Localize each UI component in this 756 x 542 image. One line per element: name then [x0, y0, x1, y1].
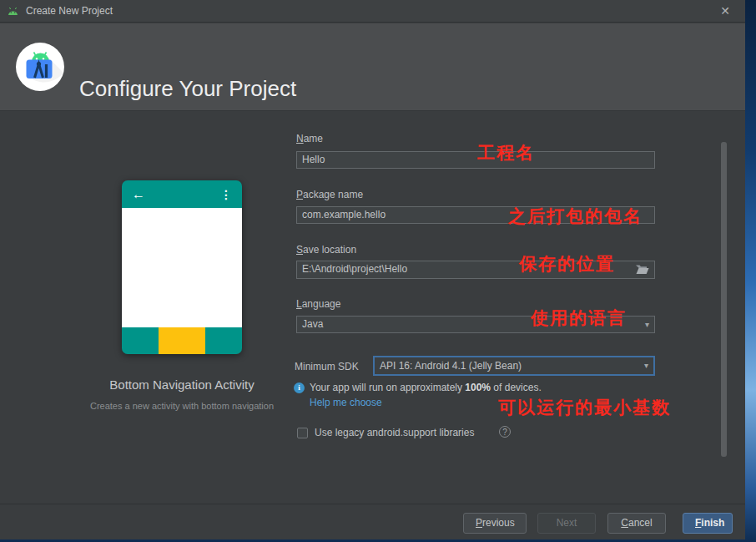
cancel-button[interactable]: Cancel: [607, 513, 666, 534]
dialog-button-bar: Previous Next Cancel Finish: [0, 504, 745, 539]
previous-button-label: Previous: [464, 514, 526, 533]
annotation-language: 使用的语言: [531, 306, 627, 330]
minimum-sdk-label: Minimum SDK: [295, 361, 359, 372]
sdk-coverage-percent: 100%: [465, 382, 491, 393]
save-location-value: E:\Android\project\Hello: [302, 263, 407, 275]
name-input[interactable]: Hello: [296, 151, 655, 169]
sdk-coverage-pre: Your app will run on approximately: [310, 382, 465, 393]
finish-button-label: Finish: [683, 514, 732, 533]
minimum-sdk-select[interactable]: API 16: Android 4.1 (Jelly Bean) ▾: [373, 356, 655, 376]
annotation-package-name: 之后打包的包名: [508, 205, 643, 228]
sdk-coverage-post: of devices.: [491, 382, 542, 393]
bottom-nav-segment-active: [159, 327, 205, 354]
annotation-save-location: 保存的位置: [519, 252, 615, 276]
annotation-project-name: 工程名: [477, 141, 535, 165]
name-label: Name: [296, 133, 323, 144]
info-icon: i: [294, 382, 305, 393]
template-name: Bottom Navigation Activity: [48, 377, 315, 392]
bottom-nav-segment: [205, 327, 242, 354]
preview-appbar: ← ⋮: [122, 180, 242, 208]
save-location-label: Save location: [296, 244, 356, 256]
cancel-button-label: Cancel: [608, 514, 665, 533]
chevron-down-icon: ▾: [644, 357, 648, 374]
legacy-support-checkbox[interactable]: [297, 428, 308, 438]
language-value: Java: [302, 317, 323, 332]
close-icon[interactable]: ✕: [713, 0, 737, 22]
legacy-support-label: Use legacy android.support libraries: [315, 427, 474, 438]
page-title: Configure Your Project: [79, 76, 296, 102]
previous-button[interactable]: Previous: [463, 513, 527, 534]
folder-browse-icon[interactable]: [635, 264, 650, 276]
annotation-min-sdk: 可以运行的最小基数: [498, 396, 671, 419]
back-arrow-icon: ←: [132, 187, 145, 202]
finish-button[interactable]: Finish: [683, 513, 733, 534]
help-me-choose-link[interactable]: Help me choose: [310, 397, 382, 408]
desktop-background: Create New Project ✕: [0, 0, 756, 542]
template-preview: ← ⋮ Bottom Navigation Activity Creates a…: [48, 180, 315, 411]
android-head-icon: [7, 6, 19, 17]
template-description: Creates a new activity with bottom navig…: [48, 401, 315, 411]
package-name-label: Package name: [296, 189, 363, 200]
preview-body: [122, 208, 242, 327]
minimum-sdk-value: API 16: Android 4.1 (Jelly Bean): [380, 357, 522, 374]
window-title: Create New Project: [26, 5, 113, 17]
vertical-scrollbar[interactable]: [721, 142, 727, 457]
template-thumbnail: ← ⋮: [122, 180, 242, 354]
wizard-header: Configure Your Project: [0, 23, 745, 111]
window-titlebar: Create New Project ✕: [0, 0, 745, 23]
bottom-nav-segment: [122, 327, 159, 354]
chevron-down-icon: ▾: [645, 317, 649, 332]
android-studio-logo-icon: [16, 43, 64, 91]
more-vert-icon: ⋮: [220, 188, 232, 201]
next-button-label: Next: [538, 514, 595, 533]
next-button[interactable]: Next: [537, 513, 596, 534]
sdk-coverage-text: Your app will run on approximately 100% …: [310, 382, 542, 393]
language-label: Language: [296, 298, 340, 310]
help-question-icon[interactable]: ?: [499, 426, 511, 438]
preview-bottom-nav: [122, 327, 242, 354]
create-new-project-dialog: Create New Project ✕: [0, 0, 745, 539]
